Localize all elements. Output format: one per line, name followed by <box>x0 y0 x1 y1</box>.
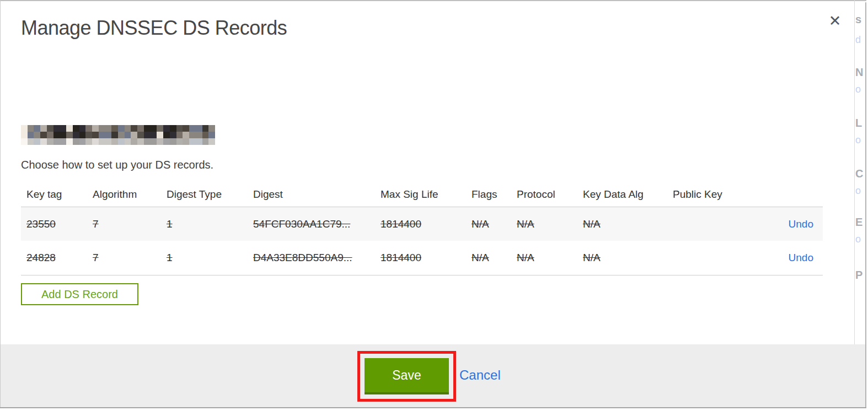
modal-border-left <box>0 0 1 408</box>
cell-flags: N/A <box>466 252 511 264</box>
dnssec-ds-records-modal: Manage DNSSEC DS Records ✕ Choose how to… <box>0 0 868 411</box>
cell-key-tag: 23550 <box>21 218 87 230</box>
underlying-page-sliver: sdNoLoCoEoP <box>855 0 865 344</box>
undo-link[interactable]: Undo <box>789 252 813 263</box>
cell-protocol: N/A <box>511 252 577 264</box>
table-header-row: Key tag Algorithm Digest Type Digest Max… <box>21 182 823 207</box>
cell-digest-type: 1 <box>161 252 248 264</box>
cell-digest: 54FCF030AA1C79... <box>248 218 375 230</box>
header-flags: Flags <box>466 188 511 201</box>
cell-key-tag: 24828 <box>21 252 87 264</box>
close-icon[interactable]: ✕ <box>826 12 844 30</box>
header-key-data-alg: Key Data Alg <box>577 188 667 201</box>
modal-border-bottom <box>0 407 866 408</box>
ds-records-table: Key tag Algorithm Digest Type Digest Max… <box>21 182 823 275</box>
cell-digest-type: 1 <box>161 218 248 230</box>
cell-max-sig-life: 1814400 <box>375 218 466 230</box>
header-digest: Digest <box>248 188 375 201</box>
cell-max-sig-life: 1814400 <box>375 252 466 264</box>
header-public-key: Public Key <box>667 188 767 201</box>
table-row: 23550 7 1 54FCF030AA1C79... 1814400 N/A … <box>21 207 823 241</box>
page-title: Manage DNSSEC DS Records <box>21 17 287 40</box>
header-protocol: Protocol <box>511 188 577 201</box>
modal-border-right <box>854 0 855 344</box>
window-right-edge <box>865 2 866 408</box>
undo-link[interactable]: Undo <box>789 218 813 230</box>
cell-key-data-alg: N/A <box>577 218 667 230</box>
add-ds-record-button[interactable]: Add DS Record <box>21 283 138 305</box>
header-digest-type: Digest Type <box>161 188 248 201</box>
underlying-page-sliver-footer <box>855 344 865 407</box>
cell-key-data-alg: N/A <box>577 252 667 264</box>
cell-flags: N/A <box>466 218 511 230</box>
save-button[interactable]: Save <box>365 358 449 394</box>
cell-algorithm: 7 <box>87 218 161 230</box>
cell-digest: D4A33E8DD550A9... <box>248 252 375 264</box>
header-algorithm: Algorithm <box>87 188 161 201</box>
header-max-sig-life: Max Sig Life <box>375 188 466 201</box>
cancel-link[interactable]: Cancel <box>459 367 501 383</box>
cell-algorithm: 7 <box>87 252 161 264</box>
modal-border-top <box>0 0 866 1</box>
redacted-domain-name <box>21 125 215 145</box>
cell-protocol: N/A <box>511 218 577 230</box>
table-row: 24828 7 1 D4A33E8DD550A9... 1814400 N/A … <box>21 241 823 275</box>
header-key-tag: Key tag <box>21 188 87 201</box>
instruction-text: Choose how to set up your DS records. <box>21 159 213 171</box>
